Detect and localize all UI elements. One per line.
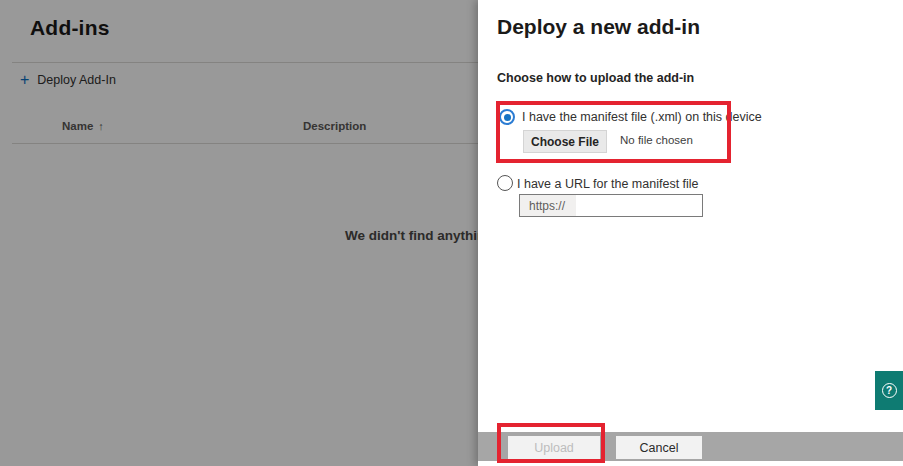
panel-title: Deploy a new add-in <box>497 15 700 39</box>
upload-button[interactable]: Upload <box>508 436 600 459</box>
radio-manifest-file-device-label[interactable]: I have the manifest file (.xml) on this … <box>522 109 762 125</box>
deploy-addin-panel: Deploy a new add-in Choose how to upload… <box>478 0 903 466</box>
radio-manifest-url-label[interactable]: I have a URL for the manifest file <box>517 176 699 192</box>
panel-subtitle: Choose how to upload the add-in <box>497 71 694 85</box>
radio-manifest-file-device[interactable] <box>499 109 515 125</box>
url-prefix-label: https:// <box>520 195 576 216</box>
radio-manifest-url[interactable] <box>497 175 513 191</box>
help-question-icon: ? <box>882 383 897 398</box>
choose-file-button[interactable]: Choose File <box>523 130 607 153</box>
manifest-url-input[interactable] <box>576 195 702 216</box>
help-button[interactable]: ? <box>875 371 903 410</box>
file-chosen-status: No file chosen <box>620 134 693 146</box>
screen: Add-ins + Deploy Add-In Name ↑ Descripti… <box>0 0 903 466</box>
manifest-url-field[interactable]: https:// <box>519 194 703 217</box>
cancel-button[interactable]: Cancel <box>616 436 702 459</box>
